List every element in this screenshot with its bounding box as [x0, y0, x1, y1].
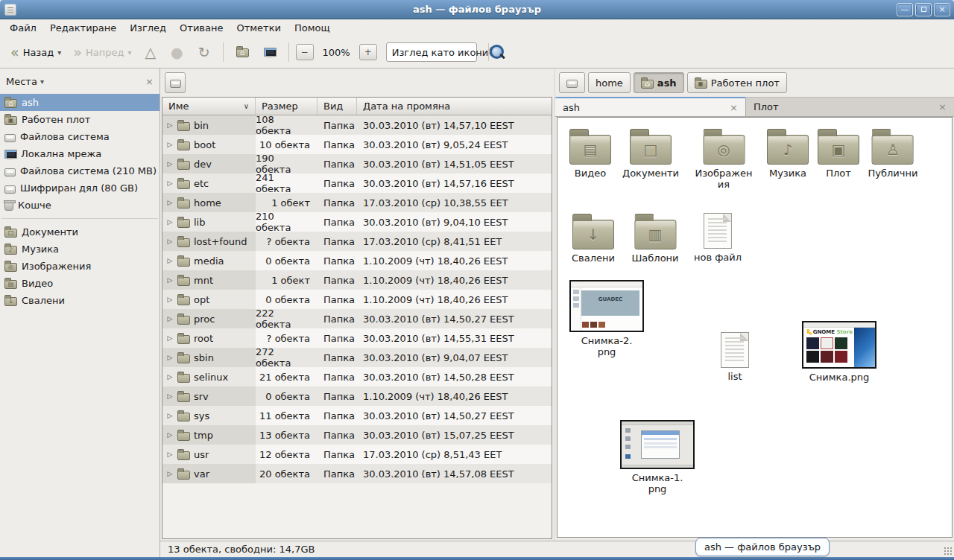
forward-dropdown-icon[interactable]: ▾ [127, 48, 131, 57]
icon-item-плот[interactable]: ▣Плот [818, 128, 859, 179]
table-row[interactable]: ▷etc241 обектаПапка30.03.2010 (вт) 14,57… [162, 174, 552, 193]
sidebar-item-ash[interactable]: ⌂ash [0, 94, 159, 111]
menu-item[interactable]: Помощ [288, 21, 337, 35]
expander-icon[interactable]: ▷ [166, 470, 174, 477]
sidebar-item-работен-плот[interactable]: ▣Работен плот [0, 111, 159, 128]
sidebar-item-музика[interactable]: ♪Музика [0, 241, 159, 258]
table-row[interactable]: ▷selinux21 обектаПапка30.03.2010 (вт) 14… [162, 367, 552, 386]
up-button[interactable]: △ [139, 42, 162, 62]
menu-item[interactable]: Отиване [173, 21, 230, 35]
stop-button[interactable]: ● [165, 42, 189, 62]
back-dropdown-icon[interactable]: ▾ [57, 48, 61, 57]
maximize-button[interactable] [915, 3, 932, 16]
resize-grip[interactable] [944, 547, 953, 556]
expander-icon[interactable]: ▷ [166, 179, 174, 187]
column-header-date[interactable]: Дата на промяна [357, 98, 552, 115]
tab-close-icon[interactable]: × [724, 102, 738, 113]
sidebar-item-изображения[interactable]: ◎Изображения [0, 258, 159, 275]
table-row[interactable]: ▷home1 обектПапка17.03.2010 (ср) 10,38,5… [162, 193, 552, 212]
table-row[interactable]: ▷lost+found? обектаПапка17.03.2010 (ср) … [162, 232, 552, 251]
table-row[interactable]: ▷opt0 обектаПапка1.10.2009 (чт) 18,40,26… [162, 290, 552, 309]
sidebar-item-файлова-система[interactable]: Файлова система [0, 128, 159, 145]
table-row[interactable]: ▷root? обектаПапка30.03.2010 (вт) 14,55,… [162, 328, 552, 348]
expander-icon[interactable]: ▷ [166, 160, 174, 168]
reload-button[interactable]: ↻ [192, 42, 216, 62]
table-row[interactable]: ▷var20 обектаПапка30.03.2010 (вт) 14,57,… [162, 464, 552, 483]
expander-icon[interactable]: ▷ [166, 141, 174, 148]
home-button[interactable]: ⌂ [230, 42, 255, 62]
forward-button[interactable]: » Напред ▾ [69, 43, 136, 61]
sidebar-dropdown-icon[interactable]: ▾ [40, 77, 44, 86]
icon-item-list[interactable]: list [721, 332, 749, 382]
table-row[interactable]: ▷lib210 обектаПапка30.03.2010 (вт) 9,04,… [162, 212, 552, 232]
expander-icon[interactable]: ▷ [166, 296, 174, 303]
icon-item-изображен[interactable]: ◎Изображен ия [695, 128, 752, 191]
table-row[interactable]: ▷usr12 обектаПапка17.03.2010 (ср) 8,51,4… [162, 445, 552, 464]
zoom-out-button[interactable]: − [296, 44, 314, 60]
back-button[interactable]: « Назад ▾ [6, 43, 66, 61]
sidebar-title[interactable]: Места [6, 76, 37, 87]
menu-item[interactable]: Файл [3, 21, 43, 35]
sidebar-item-кошче[interactable]: Кошче [0, 197, 159, 214]
icon-item-публични[interactable]: ♙Публични [868, 128, 918, 179]
minimize-button[interactable]: — [897, 3, 913, 16]
expander-icon[interactable]: ▷ [166, 218, 174, 226]
icon-item-документи[interactable]: □Документи [622, 128, 679, 179]
expander-icon[interactable]: ▷ [166, 334, 174, 342]
computer-button[interactable] [258, 42, 282, 62]
sidebar-close-icon[interactable]: × [145, 76, 154, 87]
expander-icon[interactable]: ▷ [166, 199, 174, 206]
tab-plot[interactable]: Плот × [746, 97, 954, 116]
sidebar-item-локална-мрежа[interactable]: Локална мрежа [0, 145, 159, 162]
close-button[interactable]: × [934, 3, 950, 16]
tab-close-icon[interactable]: × [932, 101, 947, 112]
table-row[interactable]: ▷srv0 обектаПапка1.10.2009 (чт) 18,40,26… [162, 386, 552, 406]
column-header-size[interactable]: Размер [256, 98, 318, 115]
icon-item-шаблони[interactable]: ▥Шаблони [631, 213, 678, 264]
menu-item[interactable]: Изглед [123, 21, 173, 35]
sidebar-item-видео[interactable]: ▤Видео [0, 275, 159, 292]
expander-icon[interactable]: ▷ [166, 238, 174, 245]
expander-icon[interactable]: ▷ [166, 354, 174, 361]
sidebar-item-документи[interactable]: □Документи [0, 223, 159, 241]
expander-icon[interactable]: ▷ [166, 373, 174, 381]
column-header-name[interactable]: Име∨ [162, 98, 256, 115]
search-icon[interactable] [489, 44, 505, 60]
expander-icon[interactable]: ▷ [166, 257, 174, 264]
expander-icon[interactable]: ▷ [166, 315, 174, 322]
icon-item-нов-файл[interactable]: нов файл [694, 213, 742, 263]
table-row[interactable]: ▷dev190 обектаПапка30.03.2010 (вт) 14,51… [162, 154, 552, 174]
breadcrumb-home[interactable]: home [588, 72, 631, 93]
table-row[interactable]: ▷sys11 обектаПапка30.03.2010 (вт) 14,50,… [162, 406, 552, 425]
zoom-in-button[interactable]: + [359, 44, 377, 60]
breadcrumb-root[interactable] [559, 72, 585, 93]
icon-item-снимка.png[interactable]: 🦶GNOME StoreСнимка.png [802, 321, 876, 383]
expander-icon[interactable]: ▷ [166, 121, 174, 129]
menu-item[interactable]: Отметки [230, 21, 287, 35]
sidebar-item-свалени[interactable]: ↓Свалени [0, 292, 159, 309]
expander-icon[interactable]: ▷ [166, 451, 174, 458]
sidebar-item-шифриран-дял-80-gb-[interactable]: Шифриран дял (80 GB) [0, 179, 159, 197]
icon-item-снимка-1.[interactable]: Снимка-1. png [620, 420, 695, 495]
table-row[interactable]: ▷proc222 обектаПапка30.03.2010 (вт) 14,5… [162, 309, 552, 328]
table-row[interactable]: ▷mnt1 обектПапка1.10.2009 (чт) 18,40,26 … [162, 270, 552, 290]
icon-item-видео[interactable]: ▤Видео [569, 128, 611, 179]
root-location-button[interactable] [165, 72, 186, 93]
breadcrumb-ash[interactable]: ⌂ash [634, 72, 684, 93]
icon-item-свалени[interactable]: ↓Свалени [572, 213, 615, 264]
sidebar-item-файлова-система-210-mb-[interactable]: Файлова система (210 MB) [0, 162, 159, 179]
icon-item-музика[interactable]: ♪Музика [767, 128, 809, 179]
expander-icon[interactable]: ▷ [166, 431, 174, 439]
tab-ash[interactable]: ash × [555, 97, 746, 116]
table-row[interactable]: ▷sbin272 обектаПапка30.03.2010 (вт) 9,04… [162, 348, 552, 367]
table-row[interactable]: ▷tmp13 обектаПапка30.03.2010 (вт) 15,07,… [162, 425, 552, 445]
column-header-type[interactable]: Вид [318, 98, 357, 115]
table-row[interactable]: ▷media0 обектаПапка1.10.2009 (чт) 18,40,… [162, 251, 552, 270]
breadcrumb-Работен плот[interactable]: ▣Работен плот [687, 72, 787, 93]
table-row[interactable]: ▷boot10 обектаПапка30.03.2010 (вт) 9,05,… [162, 135, 552, 154]
expander-icon[interactable]: ▷ [166, 412, 174, 419]
menu-item[interactable]: Редактиране [43, 21, 123, 35]
icon-item-снимка-2.[interactable]: GUADECСнимка-2. png [569, 280, 644, 358]
table-row[interactable]: ▷bin108 обектаПапка30.03.2010 (вт) 14,57… [162, 115, 552, 135]
expander-icon[interactable]: ▷ [166, 276, 174, 284]
